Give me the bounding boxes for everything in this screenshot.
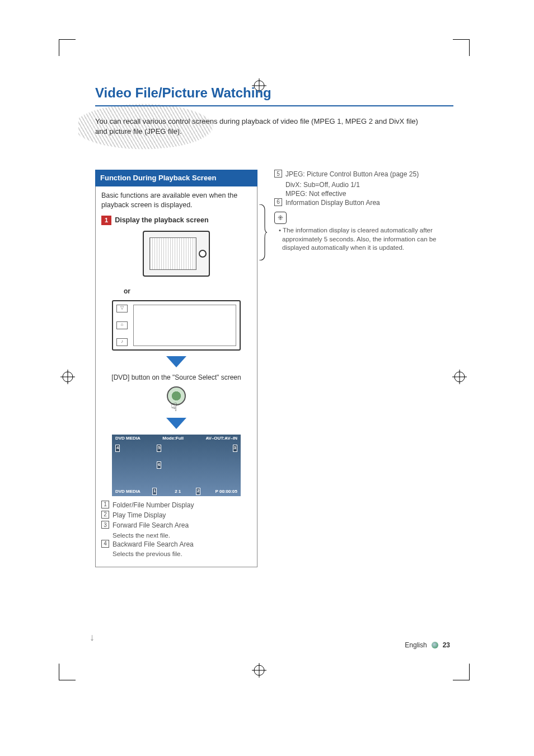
legend-text-5b: DivX: Sub=Off, Audio 1/1 [285, 180, 442, 189]
playback-bot-left: DVD MEDIA [115, 489, 140, 495]
legend-text-5c: MPEG: Not effective [285, 189, 442, 198]
crop-mark [453, 664, 470, 680]
playback-top-mid: Mode:Full [162, 436, 184, 442]
legend-num-4: 4 [101, 540, 109, 548]
legend-num-2: 2 [101, 511, 109, 519]
legend-text-3: Forward File Search Area [113, 521, 251, 530]
legend-text-5a: JPEG: Picture Control Button Area (page … [285, 170, 419, 179]
crop-mark [453, 39, 470, 56]
side-arrow-icon: ↓ [90, 631, 95, 644]
marker-5: 5 [157, 445, 161, 452]
registration-mark [60, 370, 75, 384]
legend-text-1: Folder/File Number Display [113, 501, 251, 510]
legend-num-3: 3 [101, 521, 109, 529]
playback-screen-illustration: DVD MEDIA Mode:Full AV–OUT:AV–IN 3 4 5 6… [112, 435, 241, 496]
legend-num-1: 1 [101, 501, 109, 508]
column-bracket [259, 204, 267, 260]
legend-text-6: Information Display Button Area [285, 198, 380, 207]
step-number: 1 [101, 216, 111, 225]
legend-sub-3: Selects the next file. [113, 531, 251, 540]
device-illustration [143, 231, 210, 277]
legend-num-5: 5 [274, 170, 282, 178]
legend-num-6: 6 [274, 198, 282, 206]
legend: 1Folder/File Number Display 2Play Time D… [101, 501, 251, 559]
source-select-illustration: ▽⌂♪ [112, 300, 241, 351]
note-icon: ⁜ [274, 212, 287, 224]
source-select-caption: [DVD] button on the "Source Select" scre… [101, 373, 251, 382]
function-body-text: Basic functions are available even when … [101, 191, 251, 210]
crop-mark [59, 664, 76, 680]
page-title: Video File/Picture Watching [95, 84, 453, 102]
note-text: The information display is cleared autom… [279, 226, 442, 253]
legend-sub-4: Selects the previous file. [113, 550, 251, 559]
function-header: Function During Playback Screen [95, 170, 257, 186]
crop-mark [59, 39, 76, 56]
step-text: Display the playback screen [115, 216, 208, 225]
registration-mark [452, 370, 467, 384]
playback-top-right: AV–OUT:AV–IN [205, 436, 237, 442]
dvd-button-icon: ☟ [163, 385, 190, 412]
down-arrow-icon [166, 356, 186, 367]
playback-bot-mid: 2 1 [175, 489, 181, 495]
or-label: or [124, 287, 251, 296]
page-footer: English 23 [405, 641, 450, 650]
footer-page-number: 23 [443, 641, 450, 650]
playback-bot-right: P 00:00:05 [216, 489, 237, 495]
marker-6: 6 [157, 461, 161, 469]
footer-language: English [405, 641, 427, 650]
title-rule [95, 105, 453, 106]
legend-text-2: Play Time Display [113, 511, 251, 520]
intro-text: You can recall various control screens d… [95, 116, 431, 136]
footer-dot-icon [432, 642, 438, 648]
marker-4: 4 [115, 445, 120, 452]
marker-3: 3 [233, 445, 237, 452]
function-body: Basic functions are available even when … [95, 186, 257, 567]
down-arrow-icon [166, 418, 186, 429]
legend-text-4: Backward File Search Area [113, 540, 251, 549]
registration-mark [252, 663, 266, 678]
playback-top-left: DVD MEDIA [115, 436, 140, 442]
